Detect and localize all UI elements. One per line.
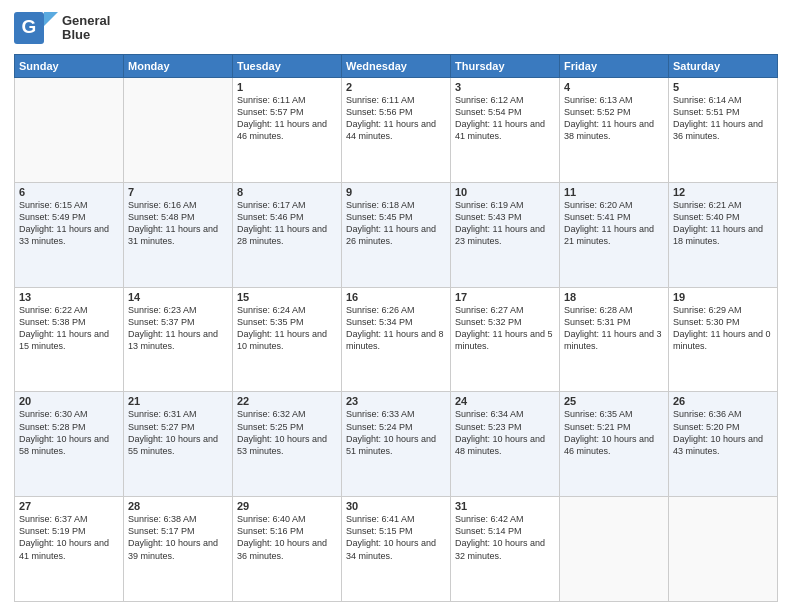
day-info: Sunrise: 6:27 AM Sunset: 5:32 PM Dayligh… — [455, 304, 555, 353]
day-number: 15 — [237, 291, 337, 303]
calendar-header-wednesday: Wednesday — [342, 55, 451, 78]
calendar-header-friday: Friday — [560, 55, 669, 78]
calendar-cell: 15Sunrise: 6:24 AM Sunset: 5:35 PM Dayli… — [233, 287, 342, 392]
page-header: G GeneralBlue — [14, 10, 778, 46]
calendar-week-row: 6Sunrise: 6:15 AM Sunset: 5:49 PM Daylig… — [15, 182, 778, 287]
day-number: 2 — [346, 81, 446, 93]
calendar-cell — [669, 497, 778, 602]
calendar-header-saturday: Saturday — [669, 55, 778, 78]
calendar-cell: 9Sunrise: 6:18 AM Sunset: 5:45 PM Daylig… — [342, 182, 451, 287]
calendar-table: SundayMondayTuesdayWednesdayThursdayFrid… — [14, 54, 778, 602]
day-info: Sunrise: 6:28 AM Sunset: 5:31 PM Dayligh… — [564, 304, 664, 353]
logo-text: GeneralBlue — [62, 14, 110, 43]
day-number: 7 — [128, 186, 228, 198]
calendar-cell: 17Sunrise: 6:27 AM Sunset: 5:32 PM Dayli… — [451, 287, 560, 392]
day-info: Sunrise: 6:35 AM Sunset: 5:21 PM Dayligh… — [564, 408, 664, 457]
day-info: Sunrise: 6:16 AM Sunset: 5:48 PM Dayligh… — [128, 199, 228, 248]
logo: G GeneralBlue — [14, 10, 110, 46]
day-number: 17 — [455, 291, 555, 303]
day-info: Sunrise: 6:33 AM Sunset: 5:24 PM Dayligh… — [346, 408, 446, 457]
day-info: Sunrise: 6:17 AM Sunset: 5:46 PM Dayligh… — [237, 199, 337, 248]
calendar-cell: 18Sunrise: 6:28 AM Sunset: 5:31 PM Dayli… — [560, 287, 669, 392]
day-number: 31 — [455, 500, 555, 512]
day-info: Sunrise: 6:38 AM Sunset: 5:17 PM Dayligh… — [128, 513, 228, 562]
svg-marker-2 — [44, 12, 58, 26]
calendar-header-thursday: Thursday — [451, 55, 560, 78]
calendar-cell: 4Sunrise: 6:13 AM Sunset: 5:52 PM Daylig… — [560, 78, 669, 183]
day-info: Sunrise: 6:40 AM Sunset: 5:16 PM Dayligh… — [237, 513, 337, 562]
calendar-cell: 11Sunrise: 6:20 AM Sunset: 5:41 PM Dayli… — [560, 182, 669, 287]
day-info: Sunrise: 6:34 AM Sunset: 5:23 PM Dayligh… — [455, 408, 555, 457]
calendar-week-row: 13Sunrise: 6:22 AM Sunset: 5:38 PM Dayli… — [15, 287, 778, 392]
calendar-cell: 5Sunrise: 6:14 AM Sunset: 5:51 PM Daylig… — [669, 78, 778, 183]
day-number: 21 — [128, 395, 228, 407]
calendar-cell: 23Sunrise: 6:33 AM Sunset: 5:24 PM Dayli… — [342, 392, 451, 497]
day-number: 1 — [237, 81, 337, 93]
calendar-cell: 27Sunrise: 6:37 AM Sunset: 5:19 PM Dayli… — [15, 497, 124, 602]
day-info: Sunrise: 6:26 AM Sunset: 5:34 PM Dayligh… — [346, 304, 446, 353]
calendar-week-row: 20Sunrise: 6:30 AM Sunset: 5:28 PM Dayli… — [15, 392, 778, 497]
day-number: 9 — [346, 186, 446, 198]
calendar-cell — [560, 497, 669, 602]
calendar-cell: 30Sunrise: 6:41 AM Sunset: 5:15 PM Dayli… — [342, 497, 451, 602]
logo-svg: G — [14, 10, 58, 46]
day-number: 23 — [346, 395, 446, 407]
calendar-week-row: 27Sunrise: 6:37 AM Sunset: 5:19 PM Dayli… — [15, 497, 778, 602]
calendar-cell: 12Sunrise: 6:21 AM Sunset: 5:40 PM Dayli… — [669, 182, 778, 287]
day-info: Sunrise: 6:12 AM Sunset: 5:54 PM Dayligh… — [455, 94, 555, 143]
calendar-cell: 22Sunrise: 6:32 AM Sunset: 5:25 PM Dayli… — [233, 392, 342, 497]
day-info: Sunrise: 6:13 AM Sunset: 5:52 PM Dayligh… — [564, 94, 664, 143]
calendar-cell: 3Sunrise: 6:12 AM Sunset: 5:54 PM Daylig… — [451, 78, 560, 183]
day-number: 13 — [19, 291, 119, 303]
calendar-cell: 21Sunrise: 6:31 AM Sunset: 5:27 PM Dayli… — [124, 392, 233, 497]
day-info: Sunrise: 6:42 AM Sunset: 5:14 PM Dayligh… — [455, 513, 555, 562]
svg-text:G: G — [22, 16, 37, 37]
calendar-cell: 7Sunrise: 6:16 AM Sunset: 5:48 PM Daylig… — [124, 182, 233, 287]
day-info: Sunrise: 6:31 AM Sunset: 5:27 PM Dayligh… — [128, 408, 228, 457]
calendar-cell — [15, 78, 124, 183]
day-info: Sunrise: 6:23 AM Sunset: 5:37 PM Dayligh… — [128, 304, 228, 353]
day-info: Sunrise: 6:41 AM Sunset: 5:15 PM Dayligh… — [346, 513, 446, 562]
calendar-cell: 29Sunrise: 6:40 AM Sunset: 5:16 PM Dayli… — [233, 497, 342, 602]
day-number: 18 — [564, 291, 664, 303]
day-info: Sunrise: 6:30 AM Sunset: 5:28 PM Dayligh… — [19, 408, 119, 457]
calendar-cell: 6Sunrise: 6:15 AM Sunset: 5:49 PM Daylig… — [15, 182, 124, 287]
day-number: 4 — [564, 81, 664, 93]
calendar-cell: 8Sunrise: 6:17 AM Sunset: 5:46 PM Daylig… — [233, 182, 342, 287]
calendar-header-row: SundayMondayTuesdayWednesdayThursdayFrid… — [15, 55, 778, 78]
day-number: 22 — [237, 395, 337, 407]
day-info: Sunrise: 6:32 AM Sunset: 5:25 PM Dayligh… — [237, 408, 337, 457]
day-info: Sunrise: 6:24 AM Sunset: 5:35 PM Dayligh… — [237, 304, 337, 353]
day-info: Sunrise: 6:11 AM Sunset: 5:56 PM Dayligh… — [346, 94, 446, 143]
day-number: 30 — [346, 500, 446, 512]
day-info: Sunrise: 6:29 AM Sunset: 5:30 PM Dayligh… — [673, 304, 773, 353]
day-number: 26 — [673, 395, 773, 407]
day-number: 24 — [455, 395, 555, 407]
calendar-cell: 13Sunrise: 6:22 AM Sunset: 5:38 PM Dayli… — [15, 287, 124, 392]
calendar-cell: 1Sunrise: 6:11 AM Sunset: 5:57 PM Daylig… — [233, 78, 342, 183]
calendar-cell: 2Sunrise: 6:11 AM Sunset: 5:56 PM Daylig… — [342, 78, 451, 183]
calendar-cell: 26Sunrise: 6:36 AM Sunset: 5:20 PM Dayli… — [669, 392, 778, 497]
day-number: 25 — [564, 395, 664, 407]
day-info: Sunrise: 6:14 AM Sunset: 5:51 PM Dayligh… — [673, 94, 773, 143]
calendar-header-sunday: Sunday — [15, 55, 124, 78]
day-info: Sunrise: 6:37 AM Sunset: 5:19 PM Dayligh… — [19, 513, 119, 562]
calendar-cell: 25Sunrise: 6:35 AM Sunset: 5:21 PM Dayli… — [560, 392, 669, 497]
day-number: 28 — [128, 500, 228, 512]
day-number: 14 — [128, 291, 228, 303]
calendar-header-tuesday: Tuesday — [233, 55, 342, 78]
day-info: Sunrise: 6:20 AM Sunset: 5:41 PM Dayligh… — [564, 199, 664, 248]
day-info: Sunrise: 6:21 AM Sunset: 5:40 PM Dayligh… — [673, 199, 773, 248]
day-number: 19 — [673, 291, 773, 303]
day-number: 11 — [564, 186, 664, 198]
calendar-header-monday: Monday — [124, 55, 233, 78]
day-number: 5 — [673, 81, 773, 93]
day-info: Sunrise: 6:18 AM Sunset: 5:45 PM Dayligh… — [346, 199, 446, 248]
day-info: Sunrise: 6:36 AM Sunset: 5:20 PM Dayligh… — [673, 408, 773, 457]
day-number: 27 — [19, 500, 119, 512]
calendar-cell: 10Sunrise: 6:19 AM Sunset: 5:43 PM Dayli… — [451, 182, 560, 287]
calendar-cell: 20Sunrise: 6:30 AM Sunset: 5:28 PM Dayli… — [15, 392, 124, 497]
day-info: Sunrise: 6:22 AM Sunset: 5:38 PM Dayligh… — [19, 304, 119, 353]
day-info: Sunrise: 6:15 AM Sunset: 5:49 PM Dayligh… — [19, 199, 119, 248]
day-number: 3 — [455, 81, 555, 93]
